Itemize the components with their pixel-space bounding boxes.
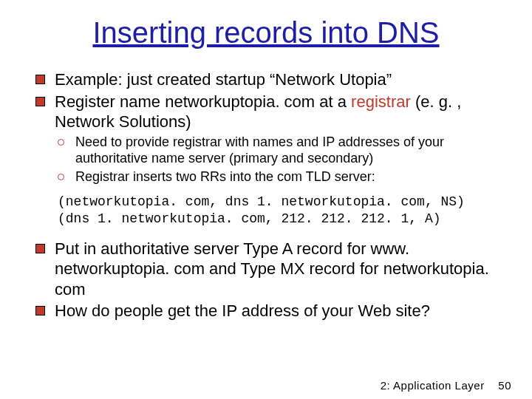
subbullet-inserts: Registrar inserts two RRs into the com T… (33, 168, 499, 185)
dns-records-code: (networkutopia. com, dns 1. networkutopi… (58, 194, 499, 228)
bullet-register: Register name networkuptopia. com at a r… (33, 92, 499, 132)
square-bullet-icon (35, 97, 45, 106)
bullet-example: Example: just created startup “Network U… (33, 69, 499, 90)
bullet-text-accent: registrar (351, 92, 411, 111)
slide: Inserting records into DNS Example: just… (0, 0, 532, 399)
subbullet-provide: Need to provide registrar with names and… (33, 134, 499, 167)
circle-bullet-icon (58, 139, 64, 146)
circle-bullet-icon (58, 174, 64, 180)
bullet-text: Example: just created startup “Network U… (55, 70, 392, 89)
bullet-question: How do people get the IP address of your… (33, 301, 499, 321)
subbullet-text: Registrar inserts two RRs into the com T… (75, 169, 375, 184)
square-bullet-icon (35, 244, 45, 253)
bullet-authoritative: Put in authoritative server Type A recor… (33, 239, 499, 300)
bullet-text: Put in authoritative server Type A recor… (55, 239, 489, 299)
code-line: (networkutopia. com, dns 1. networkutopi… (58, 194, 465, 209)
square-bullet-icon (35, 306, 45, 316)
slide-title: Inserting records into DNS (33, 16, 499, 49)
footer-chapter: 2: Application Layer (381, 379, 485, 392)
code-line: (dns 1. networkutopia. com, 212. 212. 21… (58, 211, 440, 226)
subbullet-text: Need to provide registrar with names and… (75, 134, 444, 166)
square-bullet-icon (35, 75, 45, 84)
bullet-text-pre: Register name networkuptopia. com at a (55, 92, 351, 111)
bullet-text: How do people get the IP address of your… (55, 301, 430, 320)
slide-footer: 2: Application Layer 50 (381, 379, 511, 392)
footer-page-number: 50 (498, 379, 511, 392)
